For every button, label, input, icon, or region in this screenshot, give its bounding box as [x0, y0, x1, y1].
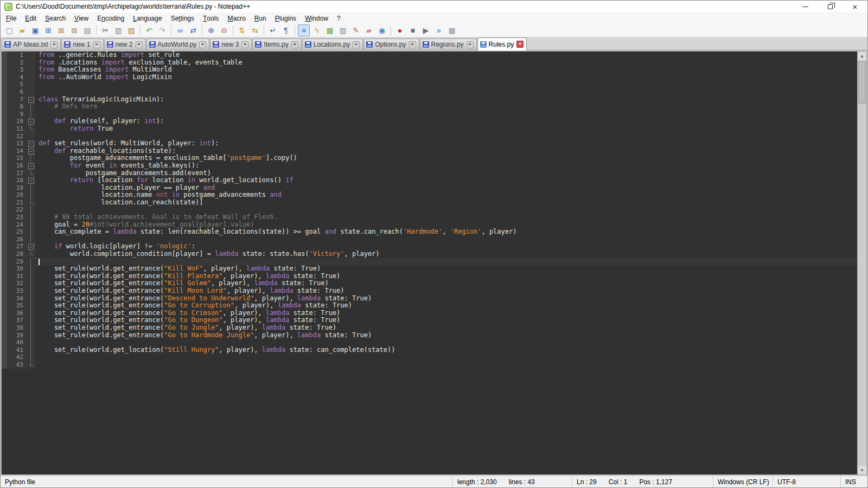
menu-item-[interactable]: ?	[333, 12, 345, 24]
tab-autoworld.py[interactable]: AutoWorld.py✕	[146, 38, 210, 50]
scroll-up-arrow[interactable]: ▲	[858, 52, 866, 60]
function-list-button[interactable]: ✎	[350, 24, 362, 36]
menu-item-language[interactable]: Language	[129, 12, 166, 24]
sync-vertical-button[interactable]: ⇅	[236, 24, 248, 36]
tab-close-icon[interactable]: ✕	[136, 41, 143, 48]
folder-as-workspace-button[interactable]: ▰	[363, 24, 375, 36]
menu-item-macro[interactable]: Macro	[223, 12, 250, 24]
status-encoding[interactable]: UTF-8	[773, 476, 840, 487]
status-insert-mode[interactable]: INS	[840, 476, 867, 487]
document-map-button[interactable]: ▦	[324, 24, 336, 36]
copy-button[interactable]: ▥	[112, 24, 124, 36]
code-text: set_rule(world.get_location("Still Hungr…	[35, 346, 395, 354]
macro-save-button[interactable]: ▦	[446, 24, 458, 36]
code-area[interactable]: 1from ..generic.Rules import set_rule2fr…	[2, 52, 857, 474]
editor[interactable]: 1from ..generic.Rules import set_rule2fr…	[1, 51, 867, 475]
show-all-characters-button[interactable]: ¶	[280, 24, 292, 36]
menu-item-file[interactable]: File	[2, 12, 21, 24]
fold-collapse-icon[interactable]	[27, 243, 35, 251]
code-text: def set_rules(world: MultiWorld, player:…	[35, 140, 219, 147]
fold-collapse-icon[interactable]	[27, 96, 35, 104]
tab-close-icon[interactable]: ✕	[199, 41, 206, 48]
monitoring-button[interactable]: ◉	[376, 24, 388, 36]
paste-button[interactable]: ▧	[125, 24, 137, 36]
fold-collapse-icon[interactable]	[27, 147, 35, 155]
tab-locations.py[interactable]: Locations.py✕	[302, 38, 363, 50]
new-file-button[interactable]: ▢	[3, 24, 15, 36]
macro-play-button[interactable]: ▶	[420, 24, 432, 36]
redo-button[interactable]: ↷	[156, 24, 168, 36]
tab-new-2[interactable]: new 2✕	[104, 38, 146, 50]
word-wrap-button[interactable]: ↵	[267, 24, 279, 36]
menu-item-view[interactable]: View	[70, 12, 93, 24]
menu-item-plugins[interactable]: Plugins	[271, 12, 301, 24]
menu-item-encoding[interactable]: Encoding	[93, 12, 129, 24]
tab-regions.py[interactable]: Regions.py✕	[420, 38, 477, 50]
notepad-plus-plus-icon	[4, 3, 12, 11]
status-lines: lines : 43	[509, 478, 535, 486]
line-number: 28	[7, 251, 27, 258]
replace-button[interactable]: ⇄	[187, 24, 199, 36]
status-eol-format[interactable]: Windows (CR LF)	[713, 476, 773, 487]
minimize-button[interactable]	[793, 1, 818, 12]
print-button[interactable]: ▤	[81, 24, 93, 36]
scroll-down-arrow[interactable]: ▼	[858, 466, 866, 474]
save-all-button[interactable]: ⊞	[42, 24, 54, 36]
tab-new-3[interactable]: new 3✕	[210, 38, 252, 50]
bookmark-margin	[2, 111, 7, 118]
tab-close-icon[interactable]: ✕	[93, 41, 100, 48]
document-list-button[interactable]: ▥	[337, 24, 349, 36]
macro-record-button[interactable]: ●	[394, 24, 406, 36]
fold-collapse-icon[interactable]	[27, 118, 35, 125]
vertical-scrollbar[interactable]: ▲ ▼	[857, 52, 866, 474]
code-text: set_rule(world.get_entrance("Go to Corru…	[35, 302, 352, 310]
code-line: 2from .Locations import exclusion_table,…	[2, 59, 857, 67]
bookmark-margin	[2, 258, 7, 266]
tab-ap-ideas.txt[interactable]: AP Ideas.txt✕	[2, 38, 61, 50]
show-indent-guide-button[interactable]: ≡	[298, 24, 310, 36]
scrollbar-thumb[interactable]	[858, 61, 866, 104]
menu-item-edit[interactable]: Edit	[21, 12, 41, 24]
tab-close-icon[interactable]: ✕	[409, 41, 416, 48]
tab-new-1[interactable]: new 1✕	[61, 38, 103, 50]
zoom-out-button[interactable]: ⊖	[218, 24, 230, 36]
menu-item-tools[interactable]: Tools	[199, 12, 223, 24]
code-text	[35, 111, 39, 118]
macro-run-multiple-button[interactable]: »	[433, 24, 445, 36]
new-file-icon: ▢	[5, 27, 12, 34]
find-button[interactable]: ∞	[174, 24, 186, 36]
tab-close-icon[interactable]: ✕	[50, 41, 58, 48]
tab-close-icon[interactable]: ✕	[516, 41, 524, 48]
menu-item-settings[interactable]: Settings	[167, 12, 199, 24]
zoom-in-button[interactable]: ⊕	[205, 24, 217, 36]
tab-label: Locations.py	[314, 41, 350, 48]
tab-close-icon[interactable]: ✕	[241, 41, 248, 48]
macro-stop-button[interactable]: ■	[407, 24, 419, 36]
close-button[interactable]: ⊠	[55, 24, 67, 36]
tab-close-icon[interactable]: ✕	[291, 41, 298, 48]
menu-item-window[interactable]: Window	[301, 12, 333, 24]
cut-button[interactable]: ✂	[99, 24, 111, 36]
code-line: 42	[2, 354, 857, 361]
save-button[interactable]: ▣	[29, 24, 41, 36]
fold-collapse-icon[interactable]	[27, 162, 35, 170]
sync-horizontal-button[interactable]: ⇆	[249, 24, 261, 36]
close-all-button[interactable]: ⊠	[68, 24, 80, 36]
tab-close-icon[interactable]: ✕	[467, 41, 474, 48]
tab-items.py[interactable]: Items.py✕	[252, 38, 301, 50]
restore-button[interactable]	[818, 1, 843, 12]
scrollbar-track[interactable]	[858, 60, 866, 466]
open-file-button[interactable]: ▰	[16, 24, 28, 36]
fold-collapse-icon[interactable]	[27, 140, 35, 147]
user-defined-language-button[interactable]: ϟ	[311, 24, 323, 36]
menu-item-run[interactable]: Run	[250, 12, 271, 24]
fold-collapse-icon[interactable]	[27, 177, 35, 184]
tab-options.py[interactable]: Options.py✕	[363, 38, 419, 50]
close-button[interactable]: ×	[843, 1, 867, 12]
tab-close-icon[interactable]: ✕	[353, 41, 360, 48]
code-line: 33 set_rule(world.get_entrance("Kill Moo…	[2, 287, 857, 295]
tab-rules.py[interactable]: Rules.py✕	[477, 37, 527, 50]
menu-item-search[interactable]: Search	[41, 12, 70, 24]
monitoring-icon: ◉	[379, 27, 385, 34]
undo-button[interactable]: ↶	[143, 24, 155, 36]
